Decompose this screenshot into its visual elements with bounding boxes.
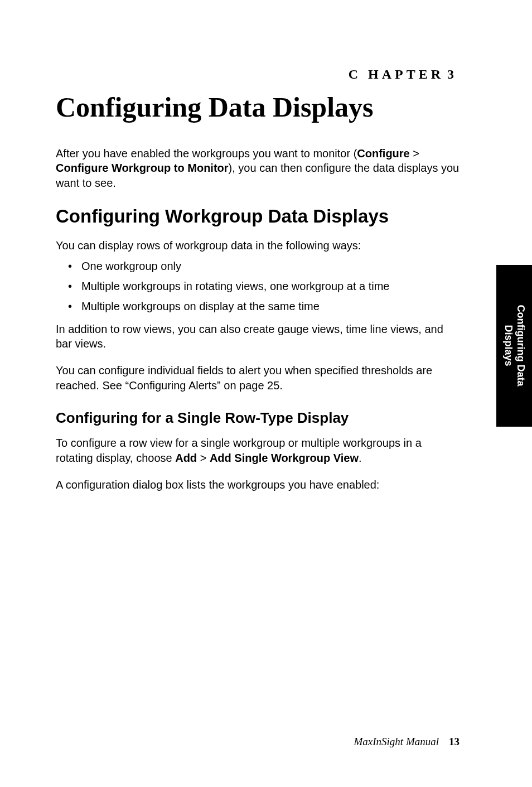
side-tab-line2: Displays bbox=[503, 325, 514, 366]
subsection-heading: Configuring for a Single Row-Type Displa… bbox=[56, 409, 460, 427]
footer: MaxInSight Manual13 bbox=[354, 736, 460, 748]
chapter-title: Configuring Data Displays bbox=[56, 92, 460, 123]
side-tab: Configuring Data Displays bbox=[496, 265, 532, 427]
side-tab-text: Configuring Data Displays bbox=[502, 305, 526, 387]
section-lead: You can display rows of workgroup data i… bbox=[56, 238, 460, 253]
bullet-list: One workgroup only Multiple workgroups i… bbox=[56, 259, 460, 314]
intro-paragraph: After you have enabled the workgroups yo… bbox=[56, 146, 460, 190]
footer-manual: MaxInSight Manual bbox=[354, 736, 439, 747]
intro-bold-configure: Configure bbox=[357, 147, 409, 160]
sub-p1-c: > bbox=[197, 452, 210, 464]
section-after-1: In addition to row views, you can also c… bbox=[56, 322, 460, 351]
chapter-number: 3 bbox=[447, 67, 454, 81]
intro-text-c: > bbox=[410, 147, 419, 160]
list-item: Multiple workgroups on display at the sa… bbox=[56, 299, 460, 313]
sub-p1-e: . bbox=[359, 452, 362, 464]
sub-p1-b: Add bbox=[175, 452, 197, 464]
intro-bold-configure-workgroup: Configure Workgroup to Monitor bbox=[56, 162, 229, 174]
subsection-p1: To configure a row view for a single wor… bbox=[56, 436, 460, 465]
side-tab-line1: Configuring Data bbox=[515, 305, 526, 387]
subsection-p2: A configuration dialog box lists the wor… bbox=[56, 477, 460, 492]
sub-p1-d: Add Single Workgroup View bbox=[210, 452, 359, 464]
chapter-label: C HAPTER3 bbox=[56, 67, 454, 82]
footer-page-number: 13 bbox=[449, 736, 460, 747]
intro-text-a: After you have enabled the workgroups yo… bbox=[56, 147, 357, 160]
list-item: One workgroup only bbox=[56, 259, 460, 273]
section-heading: Configuring Workgroup Data Displays bbox=[56, 206, 460, 227]
chapter-word: C HAPTER bbox=[349, 67, 444, 81]
list-item: Multiple workgroups in rotating views, o… bbox=[56, 279, 460, 293]
section-after-2: You can configure individual fields to a… bbox=[56, 363, 460, 393]
page: C HAPTER3 Configuring Data Displays Afte… bbox=[0, 0, 532, 787]
